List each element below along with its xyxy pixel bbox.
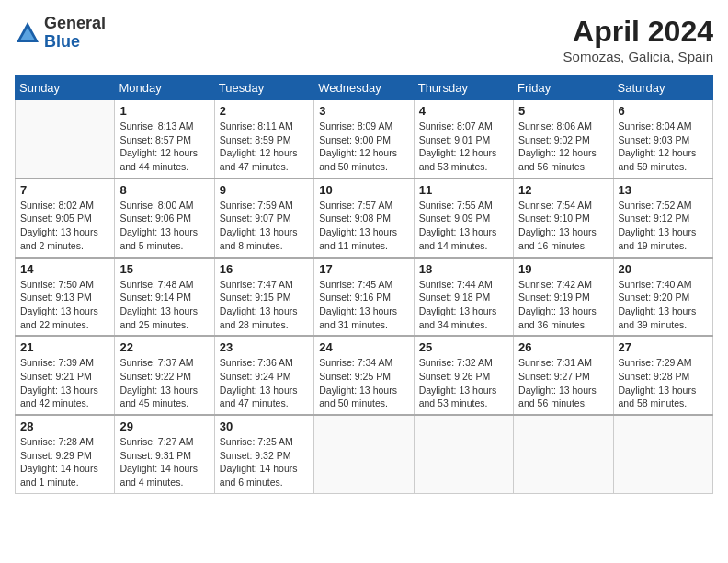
day-info: Sunrise: 7:44 AMSunset: 9:18 PMDaylight:… <box>419 278 508 332</box>
table-row <box>613 415 712 493</box>
day-number: 8 <box>119 183 209 197</box>
day-info: Sunrise: 7:47 AMSunset: 9:15 PMDaylight:… <box>220 278 309 332</box>
calendar-location: Somozas, Galicia, Spain <box>563 49 713 64</box>
table-row: 15Sunrise: 7:48 AMSunset: 9:14 PMDayligh… <box>115 258 214 337</box>
table-row <box>314 415 414 493</box>
table-row: 7Sunrise: 8:02 AMSunset: 9:05 PMDaylight… <box>16 178 115 258</box>
day-number: 22 <box>119 340 209 354</box>
col-friday: Friday <box>514 76 613 100</box>
day-number: 13 <box>619 183 708 197</box>
day-info: Sunrise: 7:59 AMSunset: 9:07 PMDaylight:… <box>220 199 309 253</box>
table-row: 8Sunrise: 8:00 AMSunset: 9:06 PMDaylight… <box>115 178 214 258</box>
day-info: Sunrise: 7:36 AMSunset: 9:24 PMDaylight:… <box>220 356 309 410</box>
day-number: 15 <box>119 262 209 276</box>
table-row: 25Sunrise: 7:32 AMSunset: 9:26 PMDayligh… <box>414 336 513 415</box>
table-row: 16Sunrise: 7:47 AMSunset: 9:15 PMDayligh… <box>214 258 313 337</box>
logo-icon <box>15 20 40 46</box>
day-number: 7 <box>20 183 109 197</box>
table-row: 10Sunrise: 7:57 AMSunset: 9:08 PMDayligh… <box>314 178 414 258</box>
table-row: 20Sunrise: 7:40 AMSunset: 9:20 PMDayligh… <box>613 258 712 337</box>
day-info: Sunrise: 7:31 AMSunset: 9:27 PMDaylight:… <box>518 356 608 410</box>
table-row: 14Sunrise: 7:50 AMSunset: 9:13 PMDayligh… <box>16 258 115 337</box>
table-row: 9Sunrise: 7:59 AMSunset: 9:07 PMDaylight… <box>214 178 313 258</box>
day-info: Sunrise: 7:39 AMSunset: 9:21 PMDaylight:… <box>20 356 109 410</box>
day-number: 29 <box>119 419 209 433</box>
day-info: Sunrise: 7:27 AMSunset: 9:31 PMDaylight:… <box>119 435 209 489</box>
day-number: 9 <box>220 183 309 197</box>
table-row: 26Sunrise: 7:31 AMSunset: 9:27 PMDayligh… <box>514 336 613 415</box>
logo: General Blue <box>15 15 106 52</box>
table-row: 3Sunrise: 8:09 AMSunset: 9:00 PMDaylight… <box>314 100 414 178</box>
table-row: 22Sunrise: 7:37 AMSunset: 9:22 PMDayligh… <box>115 336 214 415</box>
calendar-body: 1Sunrise: 8:13 AMSunset: 8:57 PMDaylight… <box>16 100 713 494</box>
table-row: 5Sunrise: 8:06 AMSunset: 9:02 PMDaylight… <box>514 100 613 178</box>
page-header: General Blue April 2024 Somozas, Galicia… <box>15 15 713 64</box>
day-info: Sunrise: 7:55 AMSunset: 9:09 PMDaylight:… <box>419 199 508 253</box>
day-number: 1 <box>119 104 209 118</box>
table-row: 4Sunrise: 8:07 AMSunset: 9:01 PMDaylight… <box>414 100 513 178</box>
day-number: 21 <box>20 340 109 354</box>
calendar-title: April 2024 <box>563 15 713 49</box>
day-info: Sunrise: 7:48 AMSunset: 9:14 PMDaylight:… <box>119 278 209 332</box>
day-number: 5 <box>518 104 608 118</box>
day-info: Sunrise: 7:37 AMSunset: 9:22 PMDaylight:… <box>119 356 209 410</box>
day-info: Sunrise: 7:32 AMSunset: 9:26 PMDaylight:… <box>419 356 508 410</box>
day-info: Sunrise: 8:02 AMSunset: 9:05 PMDaylight:… <box>20 199 109 253</box>
table-row: 19Sunrise: 7:42 AMSunset: 9:19 PMDayligh… <box>514 258 613 337</box>
table-row: 21Sunrise: 7:39 AMSunset: 9:21 PMDayligh… <box>16 336 115 415</box>
day-number: 24 <box>319 340 408 354</box>
day-info: Sunrise: 7:28 AMSunset: 9:29 PMDaylight:… <box>20 435 109 489</box>
table-row: 17Sunrise: 7:45 AMSunset: 9:16 PMDayligh… <box>314 258 414 337</box>
day-number: 11 <box>419 183 508 197</box>
day-info: Sunrise: 8:13 AMSunset: 8:57 PMDaylight:… <box>119 120 209 174</box>
day-number: 10 <box>319 183 408 197</box>
day-info: Sunrise: 7:42 AMSunset: 9:19 PMDaylight:… <box>518 278 608 332</box>
day-info: Sunrise: 8:00 AMSunset: 9:06 PMDaylight:… <box>119 199 209 253</box>
calendar-row: 21Sunrise: 7:39 AMSunset: 9:21 PMDayligh… <box>16 336 713 415</box>
table-row <box>16 100 115 178</box>
day-number: 4 <box>419 104 508 118</box>
calendar-header: Sunday Monday Tuesday Wednesday Thursday… <box>16 76 713 100</box>
table-row: 12Sunrise: 7:54 AMSunset: 9:10 PMDayligh… <box>514 178 613 258</box>
table-row: 13Sunrise: 7:52 AMSunset: 9:12 PMDayligh… <box>613 178 712 258</box>
table-row <box>414 415 513 493</box>
header-row: Sunday Monday Tuesday Wednesday Thursday… <box>16 76 713 100</box>
day-number: 19 <box>518 262 608 276</box>
day-info: Sunrise: 7:57 AMSunset: 9:08 PMDaylight:… <box>319 199 408 253</box>
day-number: 23 <box>220 340 309 354</box>
day-number: 30 <box>220 419 309 433</box>
title-block: April 2024 Somozas, Galicia, Spain <box>563 15 713 64</box>
day-info: Sunrise: 8:06 AMSunset: 9:02 PMDaylight:… <box>518 120 608 174</box>
table-row: 23Sunrise: 7:36 AMSunset: 9:24 PMDayligh… <box>214 336 313 415</box>
day-info: Sunrise: 7:40 AMSunset: 9:20 PMDaylight:… <box>619 278 708 332</box>
day-number: 3 <box>319 104 408 118</box>
table-row: 18Sunrise: 7:44 AMSunset: 9:18 PMDayligh… <box>414 258 513 337</box>
calendar-row: 14Sunrise: 7:50 AMSunset: 9:13 PMDayligh… <box>16 258 713 337</box>
table-row: 1Sunrise: 8:13 AMSunset: 8:57 PMDaylight… <box>115 100 214 178</box>
day-info: Sunrise: 8:11 AMSunset: 8:59 PMDaylight:… <box>220 120 309 174</box>
col-tuesday: Tuesday <box>214 76 313 100</box>
day-info: Sunrise: 7:25 AMSunset: 9:32 PMDaylight:… <box>220 435 309 489</box>
table-row <box>514 415 613 493</box>
day-number: 25 <box>419 340 508 354</box>
day-number: 6 <box>619 104 708 118</box>
day-info: Sunrise: 8:09 AMSunset: 9:00 PMDaylight:… <box>319 120 408 174</box>
logo-blue-text: Blue <box>44 33 106 52</box>
day-number: 28 <box>20 419 109 433</box>
calendar-row: 1Sunrise: 8:13 AMSunset: 8:57 PMDaylight… <box>16 100 713 178</box>
day-info: Sunrise: 7:29 AMSunset: 9:28 PMDaylight:… <box>619 356 708 410</box>
col-wednesday: Wednesday <box>314 76 414 100</box>
day-info: Sunrise: 7:50 AMSunset: 9:13 PMDaylight:… <box>20 278 109 332</box>
table-row: 6Sunrise: 8:04 AMSunset: 9:03 PMDaylight… <box>613 100 712 178</box>
day-number: 18 <box>419 262 508 276</box>
calendar-table: Sunday Monday Tuesday Wednesday Thursday… <box>15 75 713 494</box>
col-saturday: Saturday <box>613 76 712 100</box>
day-info: Sunrise: 7:54 AMSunset: 9:10 PMDaylight:… <box>518 199 608 253</box>
col-thursday: Thursday <box>414 76 513 100</box>
calendar-row: 7Sunrise: 8:02 AMSunset: 9:05 PMDaylight… <box>16 178 713 258</box>
logo-general-text: General <box>44 15 106 33</box>
day-number: 17 <box>319 262 408 276</box>
day-number: 14 <box>20 262 109 276</box>
day-number: 2 <box>220 104 309 118</box>
day-info: Sunrise: 7:45 AMSunset: 9:16 PMDaylight:… <box>319 278 408 332</box>
